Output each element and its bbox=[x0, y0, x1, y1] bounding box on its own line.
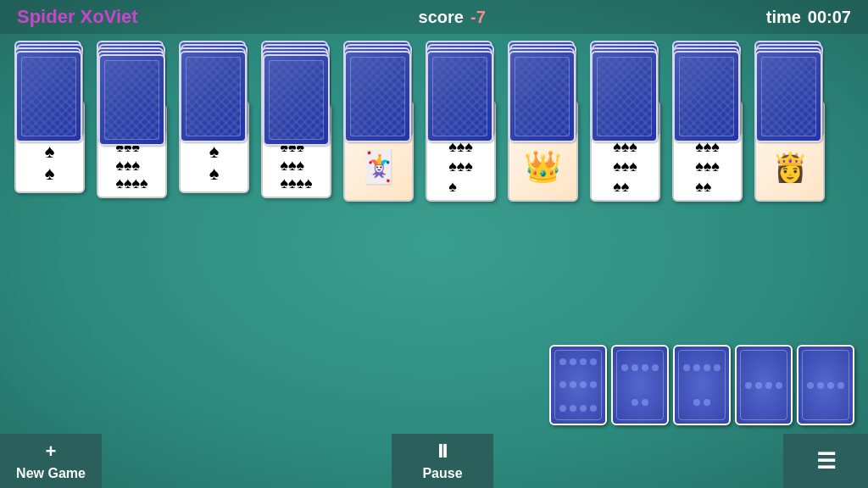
app-title: Spider XoViet bbox=[17, 6, 138, 28]
facedown-stack-2 bbox=[97, 41, 167, 92]
card-column-7[interactable]: K ♠ 👑 bbox=[504, 41, 582, 202]
facedown-stack-6 bbox=[426, 41, 496, 85]
card-column-5[interactable]: J ♠ 🃏 bbox=[339, 41, 418, 202]
new-game-button[interactable]: + New Game bbox=[0, 434, 102, 488]
card-column-4[interactable]: 10 ♠ ♠♠♠♠♠♠♠♠♠♠ bbox=[257, 41, 336, 202]
time-section: time 00:07 bbox=[766, 8, 851, 27]
time-value: 00:07 bbox=[808, 8, 851, 27]
score-value: -7 bbox=[470, 8, 486, 27]
facedown-stack-8 bbox=[590, 41, 660, 85]
new-game-icon: + bbox=[46, 441, 57, 463]
deck-stack-4[interactable] bbox=[735, 345, 793, 425]
deck-area[interactable] bbox=[549, 345, 854, 425]
game-area: 2 ♠ ♠♠ 10 ♠ bbox=[0, 34, 868, 434]
card-column-9[interactable]: 8 ♠ ♠♠♠♠♠♠♠♠ bbox=[668, 41, 747, 202]
menu-icon: ☰ bbox=[816, 448, 836, 474]
deck-stack-3[interactable] bbox=[673, 345, 731, 425]
card-column-6[interactable]: 7 ♠ ♠♠♠♠♠♠♠ bbox=[421, 41, 500, 202]
facedown-stack-1 bbox=[14, 41, 85, 85]
pause-icon: ⏸ bbox=[433, 441, 452, 463]
card-column-8[interactable]: 8 ♠ ♠♠♠♠♠♠♠♠ bbox=[586, 41, 665, 202]
facedown-stack-10 bbox=[754, 41, 825, 85]
new-game-label: New Game bbox=[16, 466, 86, 481]
deck-stack-2[interactable] bbox=[611, 345, 669, 425]
facedown-stack-5 bbox=[343, 41, 414, 85]
card-column-1[interactable]: 2 ♠ ♠♠ bbox=[10, 41, 89, 202]
facedown-stack-7 bbox=[508, 41, 578, 85]
card-column-3[interactable]: 2 ♠ ♠♠ bbox=[175, 41, 253, 202]
columns-container: 2 ♠ ♠♠ 10 ♠ bbox=[7, 41, 861, 202]
pause-label: Pause bbox=[422, 466, 462, 481]
score-label: score bbox=[419, 8, 464, 27]
facedown-stack-9 bbox=[672, 41, 743, 85]
pause-button[interactable]: ⏸ Pause bbox=[392, 434, 493, 488]
card-column-2[interactable]: 10 ♠ ♠♠♠♠♠♠♠♠♠♠ bbox=[92, 41, 171, 202]
toolbar: + New Game ⏸ Pause ☰ bbox=[0, 434, 868, 488]
deck-stack-5[interactable] bbox=[797, 345, 854, 425]
facedown-stack-3 bbox=[179, 41, 249, 85]
facedown-stack-4 bbox=[261, 41, 331, 92]
time-label: time bbox=[766, 8, 801, 27]
menu-button[interactable]: ☰ bbox=[783, 434, 868, 488]
card-column-10[interactable]: Q ♠ 👸 bbox=[750, 41, 829, 202]
score-section: score -7 bbox=[419, 8, 486, 27]
deck-stack-1[interactable] bbox=[549, 345, 607, 425]
header: Spider XoViet score -7 time 00:07 bbox=[0, 0, 868, 34]
